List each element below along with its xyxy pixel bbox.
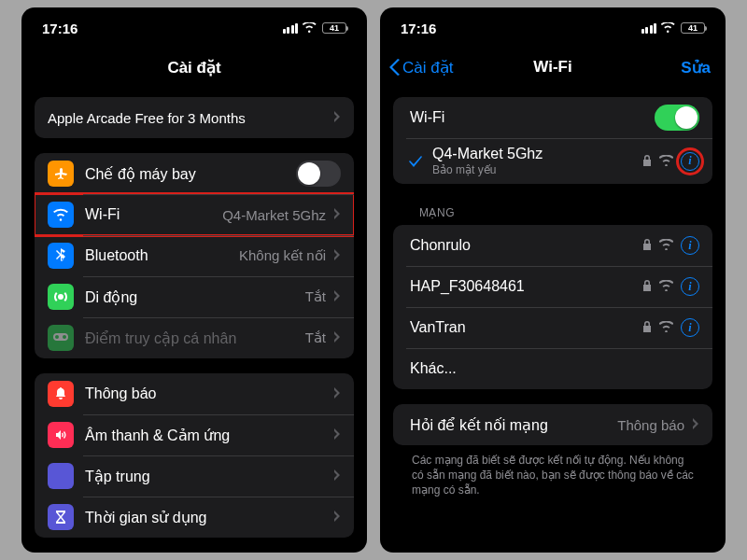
lock-icon (642, 319, 652, 336)
wifi-toggle[interactable] (655, 105, 699, 131)
nav-bar: Cài đặt (21, 49, 367, 86)
page-title: Cài đặt (167, 58, 220, 77)
chevron-right-icon (333, 427, 341, 443)
wifi-label: Wi-Fi (85, 206, 215, 223)
screentime-row[interactable]: Thời gian sử dụng (35, 497, 354, 538)
chevron-right-icon (333, 509, 341, 525)
lock-icon (642, 278, 652, 295)
bluetooth-row[interactable]: Bluetooth Không kết nối (35, 235, 354, 276)
network-icons: i (642, 236, 699, 255)
battery-icon: 41 (322, 22, 346, 34)
cellular-row[interactable]: Di động Tắt (35, 276, 354, 317)
screentime-label: Thời gian sử dụng (85, 509, 326, 526)
other-network-row[interactable]: Khác... (393, 348, 712, 389)
connectivity-group: Chế độ máy bay Wi-Fi Q4-Market 5Ghz Blue… (35, 153, 354, 358)
wifi-status-icon (661, 21, 676, 36)
cellular-icon (48, 284, 74, 310)
focus-label: Tập trung (85, 468, 326, 485)
connected-security: Bảo mật yếu (432, 163, 635, 176)
status-time: 17:16 (42, 21, 78, 36)
nav-bar: Cài đặt Wi-Fi Sửa (380, 49, 726, 86)
back-button[interactable]: Cài đặt (389, 49, 453, 86)
chevron-right-icon (333, 385, 341, 402)
promo-row[interactable]: Apple Arcade Free for 3 Months (35, 97, 354, 138)
phone-settings: 17:16 41 Cài đặt Apple Arcade Free for 3… (21, 7, 367, 553)
wifi-strength-icon (659, 237, 673, 254)
connected-network-row[interactable]: Q4-Market 5Ghz Bảo mật yếu i (393, 138, 712, 184)
focus-row[interactable]: Tập trung (35, 455, 354, 497)
airplane-icon (48, 161, 74, 187)
notifications-row[interactable]: Thông báo (35, 373, 354, 414)
wifi-toggle-label: Wi-Fi (410, 109, 655, 126)
cellular-signal-icon (283, 23, 299, 34)
airplane-mode-row[interactable]: Chế độ máy bay (35, 153, 354, 194)
wifi-status-icon (303, 21, 317, 36)
checkmark-icon (406, 156, 425, 167)
wifi-row[interactable]: Wi-Fi Q4-Market 5Ghz (35, 194, 354, 235)
info-button[interactable]: i (681, 236, 699, 255)
bluetooth-value: Không kết nối (239, 247, 326, 264)
bell-icon (48, 381, 74, 407)
wifi-strength-icon (659, 153, 673, 170)
edit-label: Sửa (681, 58, 711, 77)
battery-icon: 41 (681, 22, 705, 34)
networks-group: Chonrulo i HAP_F30648461 i VanTran (393, 225, 712, 389)
chevron-right-icon (333, 206, 341, 223)
ask-footer: Các mạng đã biết sẽ được kết nối tự động… (393, 445, 712, 498)
back-label: Cài đặt (402, 58, 453, 77)
sounds-row[interactable]: Âm thanh & Cảm ứng (35, 414, 354, 455)
edit-button[interactable]: Sửa (681, 49, 711, 86)
ask-to-join-row[interactable]: Hỏi để kết nối mạng Thông báo (393, 404, 712, 445)
moon-icon (48, 463, 74, 489)
connected-network-icons: i (642, 152, 699, 171)
sounds-label: Âm thanh & Cảm ứng (85, 427, 326, 444)
hotspot-row[interactable]: Điểm truy cập cá nhân Tắt (35, 317, 354, 358)
info-button[interactable]: i (681, 277, 699, 296)
wifi-content[interactable]: Wi-Fi Q4-Market 5Ghz Bảo mật yếu i MẠNG (380, 97, 726, 498)
wifi-toggle-row[interactable]: Wi-Fi (393, 97, 712, 138)
chevron-right-icon (692, 416, 699, 433)
hotspot-label: Điểm truy cập cá nhân (85, 329, 298, 347)
network-ssid: HAP_F30648461 (410, 278, 635, 295)
bluetooth-icon (48, 243, 74, 269)
ask-group: Hỏi để kết nối mạng Thông báo (393, 404, 712, 445)
status-indicators: 41 (283, 21, 347, 36)
chevron-right-icon (333, 247, 341, 264)
connected-network-info: Q4-Market 5Ghz Bảo mật yếu (432, 146, 635, 176)
promo-label: Apple Arcade Free for 3 Months (48, 110, 326, 126)
network-row[interactable]: HAP_F30648461 i (393, 266, 712, 307)
status-bar: 17:16 41 (21, 7, 367, 49)
wifi-toggle-group: Wi-Fi Q4-Market 5Ghz Bảo mật yếu i (393, 97, 712, 184)
network-icons: i (642, 318, 699, 337)
status-indicators: 41 (641, 21, 706, 36)
battery-level: 41 (330, 23, 339, 33)
promo-group: Apple Arcade Free for 3 Months (35, 97, 354, 138)
wifi-value: Q4-Market 5Ghz (222, 207, 326, 223)
info-button[interactable]: i (681, 318, 699, 337)
status-time: 17:16 (401, 21, 436, 36)
bluetooth-label: Bluetooth (85, 247, 232, 264)
settings-content[interactable]: Apple Arcade Free for 3 Months Chế độ má… (21, 97, 367, 538)
wifi-strength-icon (659, 278, 673, 295)
connected-ssid: Q4-Market 5Ghz (432, 146, 635, 162)
chevron-right-icon (333, 468, 341, 484)
lock-icon (642, 153, 652, 170)
chevron-right-icon (333, 329, 341, 346)
cellular-signal-icon (641, 23, 657, 34)
other-label: Khác... (410, 360, 699, 377)
phone-wifi: 17:16 41 Cài đặt Wi-Fi Sửa Wi-Fi (380, 7, 726, 553)
wifi-strength-icon (659, 319, 673, 336)
page-title: Wi-Fi (533, 58, 571, 77)
hourglass-icon (48, 504, 74, 530)
airplane-toggle[interactable] (296, 161, 341, 187)
network-row[interactable]: Chonrulo i (393, 225, 712, 266)
ask-value: Thông báo (617, 417, 684, 433)
network-row[interactable]: VanTran i (393, 307, 712, 348)
battery-level: 41 (688, 23, 698, 33)
info-button[interactable]: i (681, 152, 699, 171)
speaker-icon (48, 422, 74, 448)
chevron-right-icon (333, 288, 341, 305)
cellular-value: Tắt (305, 288, 326, 305)
chevron-right-icon (333, 109, 341, 126)
hotspot-value: Tắt (305, 329, 326, 346)
